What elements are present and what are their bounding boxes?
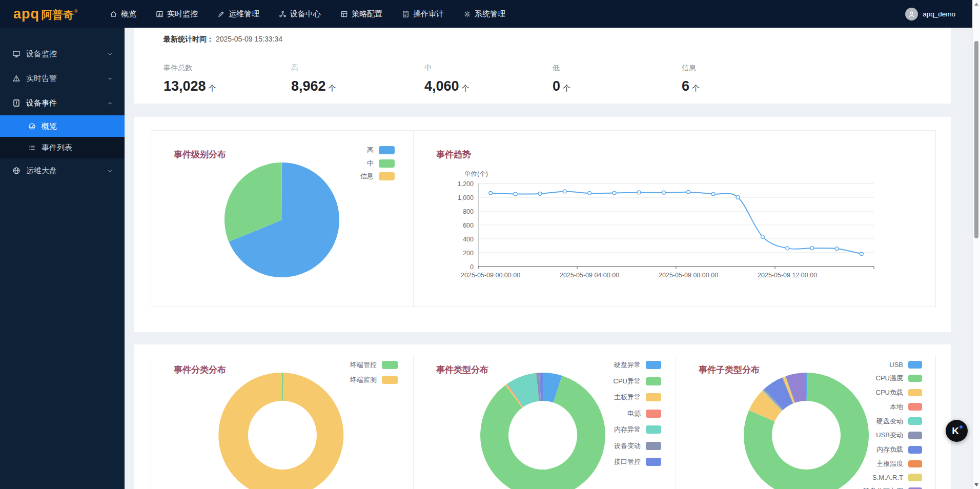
legend-item[interactable]: 设备变动 bbox=[614, 441, 661, 451]
stat-value: 8,962个 bbox=[291, 78, 336, 94]
nav-item[interactable]: 操作审计 bbox=[402, 9, 444, 19]
logo-text-en: apq bbox=[13, 6, 39, 22]
device-hub-icon bbox=[279, 10, 287, 18]
nav-item[interactable]: 概览 bbox=[110, 9, 136, 19]
legend-label: USB bbox=[889, 361, 903, 369]
legend-swatch-icon bbox=[646, 425, 661, 434]
nav-item-label: 设备中心 bbox=[290, 9, 321, 19]
legend-item[interactable]: 主板异常 bbox=[614, 393, 661, 402]
legend-item[interactable]: 中 bbox=[367, 159, 395, 168]
page-scrollbar[interactable] bbox=[972, 0, 980, 489]
legend-item[interactable]: 主板温度 bbox=[876, 459, 922, 468]
legend-item[interactable]: S.M.A.R.T bbox=[872, 474, 922, 481]
legend-item[interactable]: 信息 bbox=[360, 172, 395, 181]
legend-swatch-icon bbox=[379, 146, 395, 154]
sidebar-item[interactable]: 运维大盘 bbox=[0, 158, 125, 183]
legend-swatch-icon bbox=[908, 361, 922, 369]
scrollbar-thumb[interactable] bbox=[974, 41, 978, 238]
sidebar-item[interactable]: 实时告警 bbox=[0, 66, 125, 91]
legend-label: USB变动 bbox=[876, 431, 903, 440]
legend-label: 硬盘异常 bbox=[614, 360, 641, 370]
legend-item[interactable]: CPU异常 bbox=[614, 377, 661, 386]
legend-label: 内存异常 bbox=[614, 425, 641, 434]
chart-event-subtype-section: 事件子类型分布 USBCPU温度CPU负载本地硬盘变动USB变动内存负载主板温度… bbox=[676, 356, 935, 489]
legend-label: 终端管控 bbox=[350, 360, 377, 370]
legend-swatch-icon bbox=[646, 361, 661, 369]
legend-item[interactable]: 高 bbox=[367, 146, 395, 155]
home-icon bbox=[110, 10, 117, 18]
legend-item[interactable]: 内存异常 bbox=[614, 425, 661, 434]
monitor-icon bbox=[12, 50, 21, 58]
floating-button-label: K bbox=[952, 425, 959, 437]
nav-item-label: 概览 bbox=[121, 9, 136, 19]
sidebar-item[interactable]: 设备监控 bbox=[0, 42, 125, 66]
legend-item[interactable]: USB bbox=[889, 361, 922, 369]
nav-item[interactable]: 设备中心 bbox=[279, 9, 321, 19]
sidebar: 设备监控实时告警设备事件概览事件列表运维大盘 bbox=[0, 28, 125, 489]
legend-item[interactable]: 硬盘异常 bbox=[614, 360, 661, 370]
scrollbar-down-arrow-icon[interactable] bbox=[974, 483, 978, 486]
stat-unit: 个 bbox=[329, 84, 336, 92]
sidebar-submenu: 概览事件列表 bbox=[0, 115, 125, 158]
gear-icon bbox=[463, 10, 471, 18]
stat-unit: 个 bbox=[692, 84, 700, 92]
legend-label: 本地 bbox=[890, 402, 903, 412]
wrench-icon bbox=[217, 10, 225, 18]
legend-swatch-icon bbox=[908, 474, 922, 481]
legend-item[interactable]: CPU负载 bbox=[876, 388, 922, 397]
sidebar-item[interactable]: 设备事件 bbox=[0, 91, 125, 115]
legend-item[interactable]: 内存负载 bbox=[876, 445, 922, 454]
sidebar-item-label: 设备监控 bbox=[26, 49, 57, 59]
chart-legend: 高中信息 bbox=[360, 146, 395, 181]
svg-text:400: 400 bbox=[463, 236, 474, 243]
legend-swatch-icon bbox=[646, 377, 661, 385]
audit-doc-icon bbox=[402, 10, 410, 18]
legend-label: 主板温度 bbox=[876, 459, 903, 468]
stat-card: 高8,962个 bbox=[291, 64, 336, 94]
legend-swatch-icon bbox=[908, 417, 922, 425]
floating-assistant-button[interactable]: K bbox=[946, 420, 968, 442]
legend-item[interactable]: 接口管控 bbox=[614, 457, 661, 466]
sidebar-subitem[interactable]: 事件列表 bbox=[0, 137, 125, 158]
nav-item[interactable]: 系统管理 bbox=[463, 9, 505, 19]
chevron-down-icon bbox=[107, 168, 113, 174]
legend-item[interactable]: 本地 bbox=[890, 402, 922, 412]
legend-item[interactable]: 终端监测 bbox=[350, 375, 398, 384]
monitor-chart-icon bbox=[156, 10, 164, 18]
app-logo[interactable]: apq 阿普奇 ® bbox=[13, 6, 101, 22]
legend-item[interactable]: 硬盘变动 bbox=[876, 417, 922, 426]
sidebar-subitem-label: 事件列表 bbox=[42, 143, 72, 153]
legend-swatch-icon bbox=[908, 375, 922, 382]
stat-unit: 个 bbox=[209, 84, 216, 92]
legend-item[interactable]: 电源 bbox=[627, 409, 661, 418]
nav-item-label: 操作审计 bbox=[413, 9, 444, 19]
svg-text:2025-05-09 12:00:00: 2025-05-09 12:00:00 bbox=[758, 272, 817, 279]
stat-card: 中4,060个 bbox=[424, 64, 469, 94]
user-menu[interactable]: apq_demo bbox=[905, 0, 955, 28]
dashboard-gauge-icon bbox=[28, 123, 36, 130]
sidebar-subitem-label: 概览 bbox=[42, 121, 57, 131]
nav-item[interactable]: 策略配置 bbox=[340, 9, 382, 19]
legend-item[interactable]: 硬盘分区占用 bbox=[863, 486, 922, 489]
line-chart: 02004006008001,0001,2002025-05-09 00:00:… bbox=[414, 131, 935, 307]
legend-item[interactable]: CPU温度 bbox=[876, 374, 922, 383]
nav-item[interactable]: 实时监控 bbox=[156, 9, 198, 19]
pie-slice bbox=[218, 373, 343, 489]
sidebar-item-label: 设备事件 bbox=[26, 98, 57, 108]
legend-label: CPU温度 bbox=[876, 374, 903, 383]
chart-title: 事件趋势 bbox=[436, 149, 471, 160]
svg-text:0: 0 bbox=[470, 263, 474, 271]
scrollbar-up-arrow-icon[interactable] bbox=[974, 3, 978, 6]
chart-legend: 硬盘异常CPU异常主板异常电源内存异常设备变动接口管控 bbox=[614, 360, 661, 466]
last-stat-time: 最新统计时间：2025-05-09 15:33:34 bbox=[164, 35, 282, 44]
stat-card: 信息6个 bbox=[682, 64, 700, 94]
globe-icon bbox=[12, 167, 21, 175]
nav-item[interactable]: 运维管理 bbox=[217, 9, 259, 19]
stat-value: 0个 bbox=[553, 78, 570, 94]
legend-label: 高 bbox=[367, 146, 374, 155]
legend-item[interactable]: USB变动 bbox=[876, 431, 922, 440]
sidebar-subitem[interactable]: 概览 bbox=[0, 115, 125, 137]
chart-legend: 终端管控终端监测 bbox=[350, 360, 398, 384]
chart-title: 事件分类分布 bbox=[174, 364, 226, 376]
legend-item[interactable]: 终端管控 bbox=[350, 360, 398, 370]
